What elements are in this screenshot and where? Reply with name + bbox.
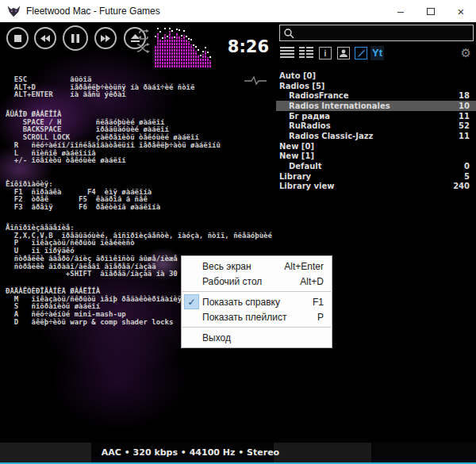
info-button[interactable]: i [319,47,332,59]
sidebar-row-label: Library [279,172,461,181]
main-area: 8:26 ESC âûõîä ALT+D ïåðåêëþ÷èòüñÿ íà ðà… [0,22,476,443]
sidebar-row[interactable]: Library view240 [276,182,476,192]
stop-icon [14,35,21,42]
next-button[interactable] [94,27,117,49]
sidebar-row[interactable]: Radios Internationales10 [276,101,476,111]
menu-item[interactable]: Рабочий столAlt+D [182,274,332,289]
menu-item-label: Показать справку [202,297,303,308]
spectrum-peak [157,28,159,29]
menu-separator [182,327,331,328]
spectrum-peak [169,28,171,29]
spectrum-peak [186,36,187,37]
settings-gear-button[interactable]: ⚙ [461,46,471,60]
sidebar-row-count: 11 [459,112,470,121]
spectrum-bar [167,40,168,67]
spectrum-bar [176,33,178,67]
repeat-button[interactable] [137,29,150,43]
sidebar-row[interactable]: Radios [5] [276,81,476,91]
edit-button[interactable] [355,47,367,59]
context-menu: Весь экранAlt+EnterРабочий столAlt+D✓Пок… [181,255,332,348]
sidebar-row[interactable]: New [1] [276,151,476,162]
spectrum-bar [190,44,192,67]
sidebar-row[interactable]: RuRadios52 [276,121,476,131]
list-view-button[interactable] [280,47,294,59]
menu-item-label: Выход [202,332,314,343]
menu-item-label: Показать плейлист [202,312,308,323]
person-icon [339,48,348,58]
menu-item[interactable]: Весь экранAlt+Enter [182,259,332,274]
maximize-button[interactable] [416,0,446,22]
sidebar-row-label: Radios [5] [279,82,466,90]
sidebar-row-label: Auto [0] [279,71,466,80]
titlebar: Fleetwood Mac - Future Games – × [0,0,476,22]
stop-button[interactable] [6,27,29,49]
status-bar: ♬ AAC • 320 kbps • 44100 Hz • Stereo [0,443,476,462]
sidebar-row[interactable]: New [0] [276,141,476,151]
check-icon: ✓ [184,294,199,309]
sidebar-row-label: Radios Internationales [289,102,455,110]
sidebar-row-label: Бг радиа [289,112,455,121]
spectrum-peak [202,51,204,52]
sidebar-row-count: 11 [459,132,470,140]
minimize-icon: – [397,5,404,17]
sidebar-row[interactable]: Library5 [276,171,476,182]
spectrum-peak [181,35,182,36]
sidebar-row[interactable]: Бг радиа11 [276,111,476,121]
spectrum-peak [198,49,199,51]
spectrum-peak [159,31,161,33]
pencil-icon [357,49,366,58]
spectrum-bar [174,40,175,67]
spectrum-visualizer [155,26,212,67]
sidebar-row[interactable]: Default0 [276,161,476,171]
menu-item[interactable]: Показать плейлистP [182,309,332,324]
previous-button[interactable] [34,27,56,49]
spectrum-bar [202,54,204,67]
menu-item-shortcut: Alt+Enter [284,261,324,272]
help-section-info: Èíôîðìàöèÿ: F1 ñïðàâêà F4 èìÿ øàáëîíà F2… [6,181,160,212]
column-view-button[interactable] [299,47,313,59]
minimize-button[interactable]: – [386,0,416,22]
spectrum-bar [200,59,202,67]
search-icon [282,27,295,40]
next-icon [101,35,110,42]
time-display: 8:26 [212,24,272,70]
maximize-icon [427,8,435,15]
search-input[interactable] [298,28,456,39]
sidebar-row-label: Radios Classic-Jazz [289,132,455,140]
help-line: +/- îöåíèòü òåêóùèé øàáëîí [6,157,221,165]
sidebar-row-count: 10 [459,102,470,110]
spectrum-peak [190,39,192,40]
pulse-icon[interactable] [244,75,267,89]
sidebar-row[interactable]: RadiosFrance18 [276,90,476,101]
spectrum-bar [162,40,163,67]
spectrum-bar [186,40,187,67]
help-section-global: ESC âûõîä ALT+D ïåðåêëþ÷èòüñÿ íà ðàáî÷èé… [6,76,194,99]
sidebar-row[interactable]: Auto [0] [276,71,476,81]
spectrum-peak [174,36,175,38]
youtube-button[interactable]: Yt [370,46,384,60]
menu-item[interactable]: Выход [182,330,332,345]
spectrum-peak [176,29,178,30]
spectrum-bar [188,41,190,67]
repeat-icon [137,29,150,40]
spectrum-bar [205,51,206,67]
spectrum-bar [164,34,166,67]
pause-button[interactable] [63,25,88,51]
window-title: Fleetwood Mac - Future Games [26,6,160,17]
shuffle-button[interactable] [137,42,150,56]
close-button[interactable]: × [446,0,476,22]
menu-separator [182,291,331,292]
sidebar-row-count: 240 [453,182,470,190]
spectrum-bar [178,36,180,67]
artist-button[interactable] [337,47,350,59]
close-icon: × [458,5,465,18]
status-left-segment [0,443,91,462]
spectrum-peak [167,36,168,37]
menu-item[interactable]: ✓Показать справкуF1 [182,294,332,309]
spectrum-bar [171,36,173,67]
sidebar-row[interactable]: Radios Classic-Jazz11 [276,131,476,141]
player-window: Fleetwood Mac - Future Games – × [0,0,476,464]
spectrum-peak [183,30,185,32]
pause-icon [71,34,79,43]
sidebar-row-count: 5 [464,172,470,181]
